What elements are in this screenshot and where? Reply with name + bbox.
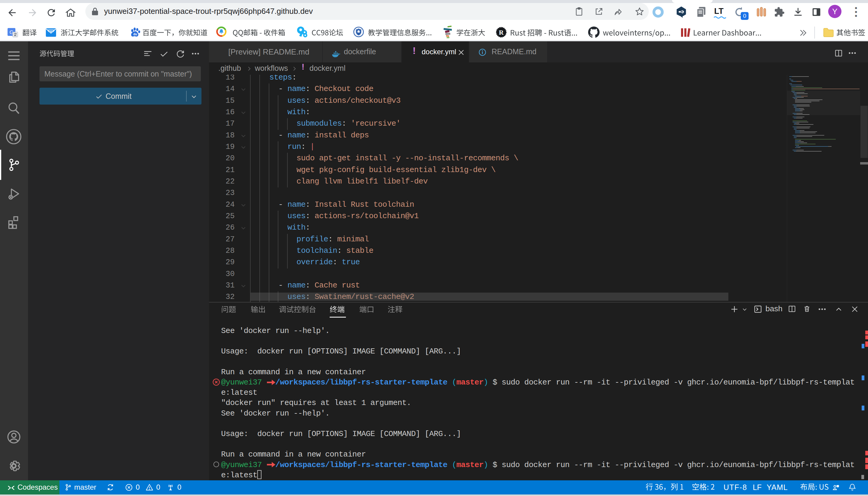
svg-text:du: du: [133, 33, 137, 36]
svg-text:R: R: [499, 29, 504, 36]
